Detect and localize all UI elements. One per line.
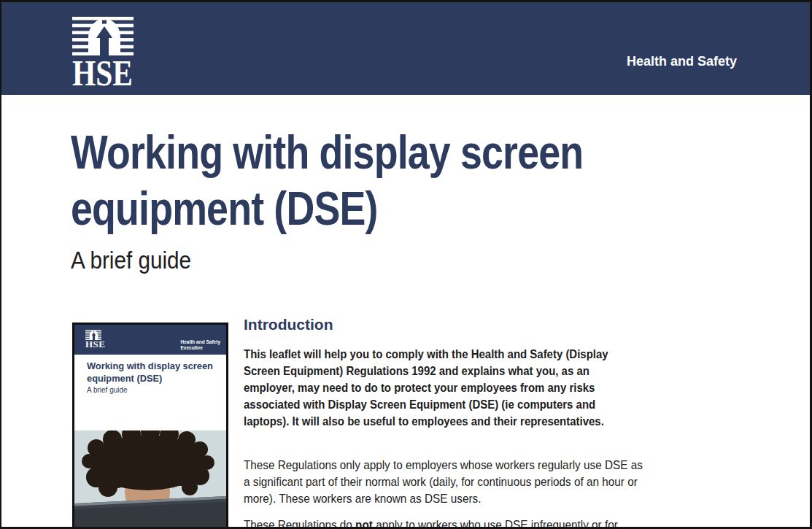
page-subtitle: A brief guide	[71, 246, 191, 275]
cover-photo	[74, 430, 226, 527]
cover-subtitle: A brief guide	[87, 386, 128, 394]
paragraph-text: apply to workers who use DSE infrequentl…	[373, 518, 618, 529]
header-right-label: Health and Safety	[627, 54, 737, 69]
paragraph-text: These Regulations do	[244, 518, 355, 529]
cover-header-band: HSE Health and Safety Executive	[74, 325, 226, 355]
header-bar: HSE Health and Safety	[1, 2, 810, 95]
paragraph-bold-word: not	[355, 518, 373, 529]
introduction-section: Introduction This leaflet will help you …	[244, 315, 769, 529]
intro-paragraph-1: These Regulations only apply to employer…	[244, 457, 812, 507]
cover-title-block: Working with display screen equipment (D…	[74, 355, 226, 430]
cover-org-name: Health and Safety Executive	[180, 339, 220, 352]
hse-logo: HSE	[72, 17, 138, 91]
intro-lead-paragraph: This leaflet will help you to comply wit…	[244, 346, 812, 430]
cover-hse-logo: HSE	[85, 330, 106, 349]
page-title: Working with display screen equipment (D…	[71, 125, 732, 237]
cover-photo-illustration	[74, 430, 226, 527]
cover-title: Working with display screen equipment (D…	[87, 360, 219, 385]
hse-logo-text: HSE	[72, 55, 127, 91]
document-page: HSE Health and Safety Working with displ…	[0, 0, 812, 529]
cover-hse-logo-text: HSE	[85, 340, 106, 349]
introduction-heading: Introduction	[244, 315, 769, 334]
intro-paragraph-2: These Regulations do not apply to worker…	[244, 517, 812, 529]
leaflet-cover-thumbnail: HSE Health and Safety Executive Working …	[72, 323, 228, 529]
hse-emblem-icon	[72, 17, 134, 55]
